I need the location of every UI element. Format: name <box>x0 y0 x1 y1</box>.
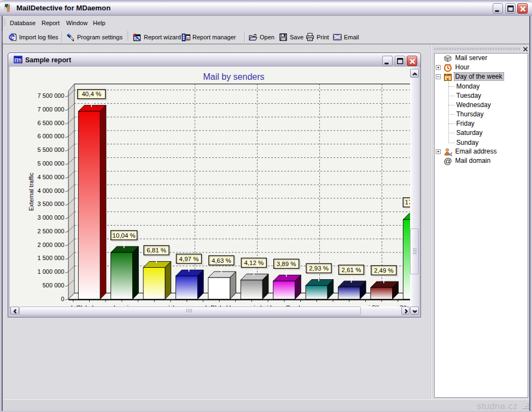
svg-text:4 500 000: 4 500 000 <box>37 174 64 180</box>
svg-text:0: 0 <box>61 296 64 302</box>
svg-text:5 500 000: 5 500 000 <box>37 146 64 153</box>
svg-text:3 000 000: 3 000 000 <box>37 214 64 221</box>
svg-text:2 500 000: 2 500 000 <box>37 228 64 234</box>
svg-text:@: @ <box>449 151 452 156</box>
svg-text:4 000 000: 4 000 000 <box>37 187 64 194</box>
svg-text:7 500 000: 7 500 000 <box>37 92 64 99</box>
svg-text:2,49 %: 2,49 % <box>373 267 393 274</box>
svg-text:10,04 %: 10,04 % <box>112 232 135 239</box>
svg-text:5 000 000: 5 000 000 <box>37 160 64 167</box>
svg-text:4,97 %: 4,97 % <box>179 256 198 262</box>
svg-text:@: @ <box>443 157 452 166</box>
svg-text:1 000 000: 1 000 000 <box>37 268 64 275</box>
svg-text:2,61 %: 2,61 % <box>341 267 361 273</box>
svg-text:3,89 %: 3,89 % <box>276 261 296 267</box>
svg-text:1 500 000: 1 500 000 <box>37 255 64 261</box>
svg-text:6,81 %: 6,81 % <box>147 247 166 254</box>
svg-text:2 000 000: 2 000 000 <box>37 242 64 248</box>
svg-text:4,63 %: 4,63 % <box>211 257 231 264</box>
svg-text:40,4 %: 40,4 % <box>81 91 101 97</box>
svg-text:7 000 000: 7 000 000 <box>37 106 64 113</box>
svg-text:4,12 %: 4,12 % <box>244 260 264 266</box>
svg-text:6 500 000: 6 500 000 <box>37 120 64 126</box>
svg-text:External traffic: External traffic <box>27 172 34 211</box>
svg-text:17,11 %: 17,11 % <box>405 199 410 205</box>
svg-text:500 000: 500 000 <box>42 282 64 289</box>
svg-text:3 500 000: 3 500 000 <box>37 201 64 207</box>
svg-text:6 000 000: 6 000 000 <box>37 133 64 139</box>
svg-text:2,93 %: 2,93 % <box>309 265 329 272</box>
svg-text:Mail by senders: Mail by senders <box>203 72 264 81</box>
